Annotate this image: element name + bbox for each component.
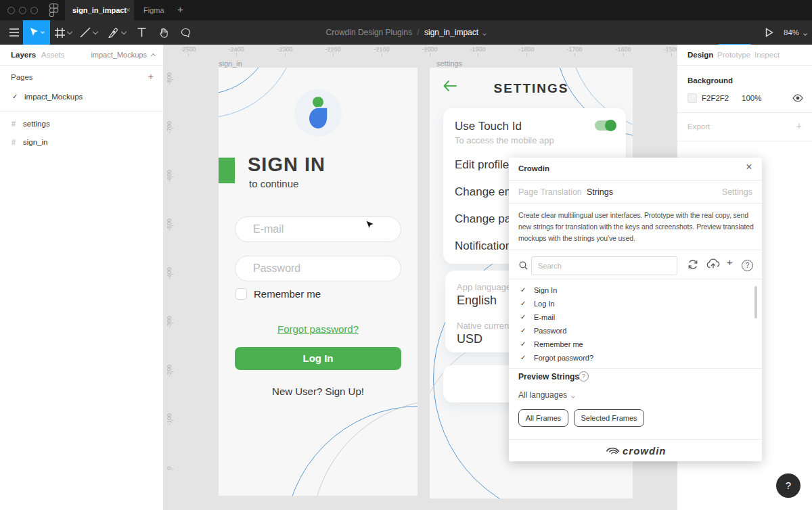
email-field[interactable]: E-mail bbox=[235, 216, 401, 242]
frame-title-settings[interactable]: settings bbox=[436, 60, 462, 68]
layer-item-sign-in[interactable]: # sign_in bbox=[0, 134, 163, 152]
string-label: Remember me bbox=[534, 340, 583, 348]
page-selector-label: impact_Mockups bbox=[91, 51, 147, 59]
string-row[interactable]: ✓ Log In bbox=[509, 298, 762, 311]
frame-title-sign-in[interactable]: sign_in bbox=[219, 60, 242, 68]
ruler-label: 0 bbox=[166, 458, 173, 478]
ruler-label: -2000 bbox=[422, 46, 437, 53]
forgot-password-link[interactable]: Forgot password? bbox=[219, 323, 418, 335]
background-opacity-value[interactable]: 100% bbox=[742, 94, 761, 102]
left-panel: Layers Assets impact_Mockups Pages + ✓ i… bbox=[0, 45, 164, 510]
pages-title: Pages bbox=[11, 73, 33, 81]
preview-strings-title: Preview Strings bbox=[518, 372, 579, 381]
string-label: Forgot password? bbox=[534, 354, 593, 362]
zoom-control[interactable]: 84% bbox=[784, 20, 807, 45]
remember-me-checkbox[interactable] bbox=[235, 288, 247, 300]
sync-icon[interactable] bbox=[687, 259, 698, 273]
preview-help-icon[interactable]: ? bbox=[579, 371, 589, 381]
crowdin-logo-text: crowdin bbox=[623, 445, 667, 457]
ruler-label: -1900 bbox=[470, 46, 485, 53]
language-filter-dropdown[interactable]: All languages bbox=[518, 390, 574, 400]
tab-prototype[interactable]: Prototype bbox=[717, 51, 750, 59]
string-label: Password bbox=[534, 327, 566, 335]
tab-document-label: sign_in_impact bbox=[72, 6, 127, 14]
strings-scrollbar[interactable] bbox=[754, 286, 757, 319]
string-row[interactable]: ✓ Password bbox=[509, 325, 762, 338]
ruler-label: -2300 bbox=[277, 46, 292, 53]
help-button[interactable]: ? bbox=[776, 473, 800, 498]
edit-profile-item[interactable]: Edit profile bbox=[455, 158, 509, 172]
plugin-tab-page-translation[interactable]: Page Translation bbox=[518, 187, 582, 197]
traffic-light-minimize[interactable] bbox=[19, 7, 26, 14]
app-language-label: App language bbox=[457, 282, 511, 292]
tab-close-icon[interactable]: × bbox=[125, 0, 131, 20]
settings-title: SETTINGS bbox=[430, 81, 633, 96]
background-color-swatch[interactable] bbox=[687, 93, 697, 103]
string-label: E-mail bbox=[534, 313, 555, 321]
language-filter-label: All languages bbox=[518, 390, 567, 400]
tab-figma[interactable]: Figma bbox=[143, 0, 164, 20]
string-row[interactable]: ✓ Sign In bbox=[509, 284, 762, 298]
touch-id-toggle[interactable] bbox=[595, 120, 615, 131]
tab-layers[interactable]: Layers bbox=[11, 51, 36, 59]
plugin-tab-settings[interactable]: Settings bbox=[722, 187, 752, 197]
upload-cloud-icon[interactable] bbox=[706, 258, 720, 272]
all-frames-button[interactable]: All Frames bbox=[518, 409, 568, 427]
remember-me-label: Remember me bbox=[254, 288, 321, 300]
sign-up-text[interactable]: New User? Sign Up! bbox=[219, 386, 418, 397]
log-in-button[interactable]: Log In bbox=[235, 347, 401, 370]
background-hex-value[interactable]: F2F2F2 bbox=[702, 94, 729, 102]
ruler-label: -300 bbox=[166, 312, 173, 332]
traffic-light-close[interactable] bbox=[7, 7, 15, 14]
breadcrumb-file[interactable]: sign_in_impact bbox=[424, 28, 478, 37]
ruler-label: -2100 bbox=[374, 46, 389, 53]
password-field[interactable]: Password bbox=[235, 256, 401, 281]
selected-frames-button[interactable]: Selected Frames bbox=[574, 409, 644, 427]
page-item-label: impact_Mockups bbox=[24, 93, 83, 101]
present-button[interactable] bbox=[761, 20, 778, 45]
frame-icon: # bbox=[12, 120, 16, 128]
check-icon: ✓ bbox=[520, 340, 526, 348]
traffic-light-zoom[interactable] bbox=[30, 7, 38, 14]
layer-item-label: settings bbox=[23, 120, 50, 128]
layer-item-settings[interactable]: # settings bbox=[0, 116, 163, 134]
background-section-title: Background bbox=[687, 76, 733, 85]
title-accent-bar bbox=[219, 158, 235, 183]
check-icon: ✓ bbox=[520, 313, 526, 321]
new-tab-button[interactable]: + bbox=[177, 0, 183, 20]
ruler-label: -100 bbox=[166, 409, 173, 430]
ruler-label: -1700 bbox=[566, 46, 582, 53]
search-icon bbox=[519, 260, 528, 273]
check-icon: ✓ bbox=[520, 300, 526, 307]
help-icon[interactable]: ? bbox=[742, 260, 753, 271]
page-selector[interactable]: impact_Mockups bbox=[91, 51, 155, 59]
add-page-button[interactable]: + bbox=[148, 71, 154, 82]
native-currency-value[interactable]: USD bbox=[457, 332, 482, 346]
tab-assets[interactable]: Assets bbox=[41, 51, 65, 59]
close-icon[interactable]: × bbox=[743, 161, 755, 173]
plugin-tab-strings[interactable]: Strings bbox=[587, 187, 613, 197]
check-icon: ✓ bbox=[520, 354, 526, 361]
notifications-item[interactable]: Notifications bbox=[455, 239, 518, 253]
page-item-impact-mockups[interactable]: ✓ impact_Mockups bbox=[0, 88, 163, 107]
add-export-button[interactable]: + bbox=[796, 120, 802, 131]
string-row[interactable]: ✓ Forgot password? bbox=[509, 352, 762, 365]
tab-design[interactable]: Design bbox=[687, 51, 713, 59]
ruler-label: -800 bbox=[166, 68, 173, 89]
breadcrumb-project[interactable]: Crowdin Design Plugins bbox=[326, 28, 412, 37]
tab-document[interactable]: sign_in_impact × bbox=[65, 0, 134, 20]
ruler-label: -2200 bbox=[325, 46, 340, 53]
string-row[interactable]: ✓ E-mail bbox=[509, 311, 762, 325]
string-row[interactable]: ✓ Remember me bbox=[509, 338, 762, 352]
visibility-eye-icon[interactable] bbox=[792, 93, 803, 105]
check-icon: ✓ bbox=[520, 286, 526, 294]
layer-item-label: sign_in bbox=[23, 138, 47, 146]
string-label: Sign In bbox=[534, 286, 557, 294]
tab-inspect[interactable]: Inspect bbox=[754, 51, 780, 59]
add-string-button[interactable]: + bbox=[727, 256, 733, 268]
app-language-value[interactable]: English bbox=[457, 294, 497, 308]
sign-in-frame[interactable]: SIGN IN to continue E-mail Password Reme… bbox=[219, 68, 418, 496]
search-input[interactable]: Search bbox=[531, 256, 677, 275]
touch-id-label: Use Touch Id bbox=[455, 120, 522, 133]
ruler-label: -500 bbox=[166, 214, 173, 235]
